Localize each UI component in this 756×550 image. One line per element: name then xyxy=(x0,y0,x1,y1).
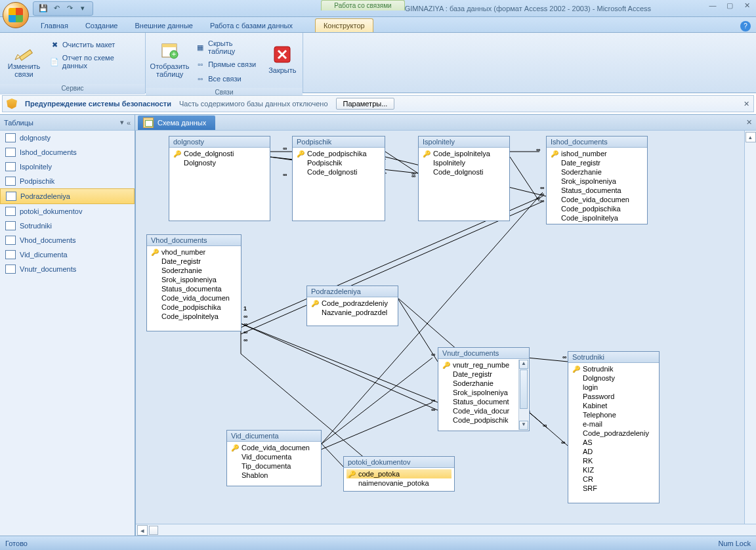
close-button[interactable]: Закрыть xyxy=(266,35,299,81)
field-tip_documenta[interactable]: Tip_documenta xyxy=(230,461,318,471)
table-ispolnitely[interactable]: Ispolnitely 🔑Code_ispolnitelyaIspolnitel… xyxy=(418,136,510,221)
table-sotrudniki[interactable]: Sotrudniki 🔑SotrudnikDolgnostyloginPassw… xyxy=(568,351,660,503)
field-ad[interactable]: AD xyxy=(571,447,656,456)
tab-home[interactable]: Главная xyxy=(33,19,76,32)
nav-item-potoki_dokumentov[interactable]: potoki_dokumentov xyxy=(0,204,135,219)
table-vid-dicumenta[interactable]: Vid_dicumenta 🔑Code_vida_documenVid_docu… xyxy=(226,430,322,486)
close-window-button[interactable]: ✕ xyxy=(742,1,752,10)
field-code_ispolnitelya[interactable]: Code_ispolnitelya xyxy=(150,312,238,321)
field-code_dolgnosti[interactable]: 🔑Code_dolgnosti xyxy=(172,149,267,158)
help-icon[interactable]: ? xyxy=(740,21,751,32)
field-code_podpischika[interactable]: Code_podpischika xyxy=(150,303,238,312)
save-icon[interactable]: 💾 xyxy=(39,4,48,13)
doc-tab-relationships[interactable]: Схема данных xyxy=(138,116,215,130)
field-dolgnosty[interactable]: Dolgnosty xyxy=(571,373,656,383)
nav-item-ispolnitely[interactable]: Ispolnitely xyxy=(0,159,135,174)
field-as[interactable]: AS xyxy=(571,438,656,447)
field-rk[interactable]: RK xyxy=(571,456,656,465)
field-code_podrazdeleniy[interactable]: Code_podrazdeleniy xyxy=(571,429,656,438)
security-close-icon[interactable]: ✕ xyxy=(744,100,749,108)
relationships-canvas[interactable]: 1 ∞ 1 ∞ 1 ∞ 1 ∞ 1 ∞ 1 ∞ 1 ∞ ∞ ∞ ∞ 1 1 ∞ … xyxy=(135,131,756,536)
table-dolgnosty[interactable]: dolgnosty 🔑Code_dolgnostiDolgnosty xyxy=(169,136,270,221)
nav-item-vid_dicumenta[interactable]: Vid_dicumenta xyxy=(0,247,135,262)
table-podrazdeleniya[interactable]: Podrazdeleniya 🔑Code_podrazdeleniyNazvan… xyxy=(306,286,398,326)
undo-icon[interactable]: ↶ xyxy=(52,4,61,13)
field-telephone[interactable]: Telephone xyxy=(571,410,656,419)
redo-icon[interactable]: ↷ xyxy=(65,4,74,13)
hide-table-button[interactable]: ▦Скрыть таблицу xyxy=(194,38,262,56)
clear-layout-button[interactable]: ✖Очистить макет xyxy=(48,38,141,51)
security-options-button[interactable]: Параметры... xyxy=(336,98,395,110)
field-srok_ispolneniya[interactable]: Srok_ispolneniya xyxy=(549,177,644,186)
field-naimenovanie_potoka[interactable]: naimenovanie_potoka xyxy=(346,478,452,488)
field-ishod_number[interactable]: 🔑ishod_number xyxy=(549,149,644,158)
relationship-report-button[interactable]: 📄Отчет по схеме данных xyxy=(48,53,141,71)
scroll-down-icon[interactable]: ▼ xyxy=(519,421,528,430)
field-srf[interactable]: SRF xyxy=(571,484,656,493)
edit-relationships-button[interactable]: Изменить связи xyxy=(4,35,44,81)
office-button[interactable] xyxy=(3,2,29,28)
field-code_podpischika[interactable]: Code_podpischika xyxy=(549,204,644,213)
scroll-thumb[interactable] xyxy=(520,370,528,409)
horizontal-scrollbar[interactable]: ◂ xyxy=(136,524,756,536)
vertical-scrollbar[interactable]: ▴ xyxy=(744,131,756,536)
field-e-mail[interactable]: e-mail xyxy=(571,419,656,429)
field-podpischik[interactable]: Podpischik xyxy=(295,158,382,167)
field-vhod_number[interactable]: 🔑vhod_number xyxy=(150,247,238,257)
table-potoki-dokumentov[interactable]: potoki_dokumentov 🔑code_potokanaimenovan… xyxy=(343,456,455,492)
field-date_registr[interactable]: Date_registr xyxy=(150,257,238,266)
nav-item-vhod_documents[interactable]: Vhod_documents xyxy=(0,233,135,247)
field-login[interactable]: login xyxy=(571,383,656,392)
field-code_dolgnosti[interactable]: Code_dolgnosti xyxy=(295,167,382,177)
field-kiz[interactable]: KIZ xyxy=(571,465,656,475)
direct-relationships-button[interactable]: ▫▫Прямые связи xyxy=(194,58,262,71)
nav-item-podrazdeleniya[interactable]: Podrazdeleniya xyxy=(0,188,135,204)
nav-dropdown-icon[interactable]: ▾ xyxy=(120,118,124,127)
scroll-left-icon[interactable]: ◂ xyxy=(137,525,148,536)
field-soderzhanie[interactable]: Soderzhanie xyxy=(441,379,518,388)
field-status_documenta[interactable]: Status_documenta xyxy=(150,284,238,293)
scrollbar[interactable]: ▲ ▼ xyxy=(518,360,528,430)
field-kabinet[interactable]: Kabinet xyxy=(571,401,656,410)
field-srok_ispolneniya[interactable]: Srok_ispolneniya xyxy=(150,275,238,284)
doc-tab-close-icon[interactable]: ✕ xyxy=(746,118,752,127)
field-sotrudnik[interactable]: 🔑Sotrudnik xyxy=(571,364,656,373)
field-dolgnosty[interactable]: Dolgnosty xyxy=(172,158,267,167)
field-date_registr[interactable]: Date_registr xyxy=(549,158,644,167)
field-code_vida_docur[interactable]: Code_vida_docur xyxy=(441,406,518,415)
restore-button[interactable]: ▢ xyxy=(724,1,735,10)
nav-item-sotrudniki[interactable]: Sotrudniki xyxy=(0,219,135,233)
table-vnutr-documents[interactable]: Vnutr_documents 🔑vnutr_reg_numbeDate_reg… xyxy=(438,347,530,431)
field-status_document[interactable]: Status_document xyxy=(441,397,518,406)
field-ispolnitely[interactable]: Ispolnitely xyxy=(421,158,507,167)
field-date_registr[interactable]: Date_registr xyxy=(441,370,518,379)
nav-item-ishod_documents[interactable]: Ishod_documents xyxy=(0,145,135,159)
tab-create[interactable]: Создание xyxy=(77,19,126,32)
nav-item-dolgnosty[interactable]: dolgnosty xyxy=(0,131,135,145)
field-code_ispolnitelya[interactable]: Code_ispolnitelya xyxy=(549,213,644,222)
field-status_documenta[interactable]: Status_documenta xyxy=(549,186,644,195)
view-toggle-icon[interactable] xyxy=(149,526,158,535)
nav-collapse-icon[interactable]: « xyxy=(127,119,131,127)
tab-external-data[interactable]: Внешние данные xyxy=(127,19,201,32)
show-table-button[interactable]: + Отобразить таблицу xyxy=(150,35,190,81)
qat-dropdown-icon[interactable]: ▾ xyxy=(78,4,87,13)
field-code_potoka[interactable]: 🔑code_potoka xyxy=(346,469,452,478)
scroll-up-icon[interactable]: ▲ xyxy=(519,360,528,369)
nav-header[interactable]: Таблицы ▾« xyxy=(0,115,135,131)
field-code_podrazdeleniy[interactable]: 🔑Code_podrazdeleniy xyxy=(310,299,395,308)
scroll-up-icon[interactable]: ▴ xyxy=(746,132,756,142)
field-vid_documenta[interactable]: Vid_documenta xyxy=(230,452,318,461)
field-soderzhanie[interactable]: Soderzhanie xyxy=(549,167,644,177)
nav-item-podpischik[interactable]: Podpischik xyxy=(0,174,135,188)
field-code_vida_documen[interactable]: Code_vida_documen xyxy=(150,293,238,303)
nav-item-vnutr_documents[interactable]: Vnutr_documents xyxy=(0,262,135,276)
tab-design[interactable]: Конструктор xyxy=(315,18,373,32)
field-shablon[interactable]: Shablon xyxy=(230,471,318,480)
field-code_vida_documen[interactable]: 🔑Code_vida_documen xyxy=(230,443,318,452)
field-code_vida_documen[interactable]: Code_vida_documen xyxy=(549,195,644,204)
field-code_podpischika[interactable]: 🔑Code_podpischika xyxy=(295,149,382,158)
table-podpischik[interactable]: Podpischik 🔑Code_podpischikaPodpischikCo… xyxy=(292,136,385,221)
field-vnutr_reg_numbe[interactable]: 🔑vnutr_reg_numbe xyxy=(441,360,518,370)
table-vhod-documents[interactable]: Vhod_documents 🔑vhod_numberDate_registrS… xyxy=(146,234,242,331)
